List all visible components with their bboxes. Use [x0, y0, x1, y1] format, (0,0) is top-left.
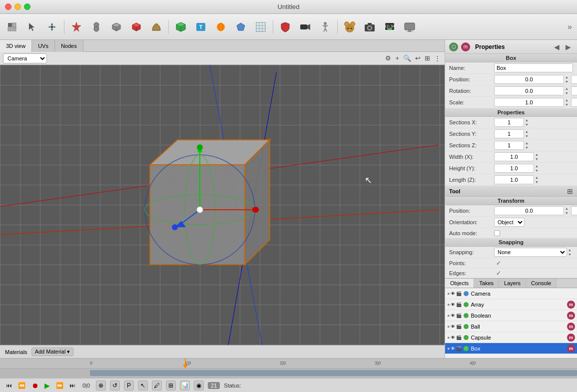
scale-y-input[interactable] [571, 98, 577, 107]
height-stepper[interactable]: ▲▼ [535, 164, 540, 173]
prim-orange-sphere[interactable] [212, 18, 230, 36]
sections-y-input[interactable] [494, 129, 524, 138]
list-item[interactable]: ● 👁 🎬 Boolean m [445, 310, 577, 321]
tool-timer[interactable]: 12:34 [381, 18, 399, 36]
window-controls[interactable] [5, 3, 30, 10]
maximize-button[interactable] [24, 3, 30, 10]
cam-icon[interactable]: 🎬 [456, 324, 462, 329]
eye-icon[interactable]: 👁 [451, 324, 455, 329]
snap-stepper[interactable]: ▲▼ [568, 248, 573, 257]
tab-objects[interactable]: Objects [445, 279, 474, 288]
tool-arch[interactable] [147, 18, 165, 36]
eye-icon[interactable]: 👁 [451, 302, 455, 307]
cam-icon[interactable]: 🎬 [456, 346, 462, 351]
record-button[interactable]: ⏺ [30, 381, 39, 391]
status-loop-btn[interactable]: ↺ [110, 381, 120, 391]
tool-figure[interactable] [316, 18, 334, 36]
list-item[interactable]: ● 👁 🎬 Array m [445, 299, 577, 310]
scale-x-input[interactable] [494, 98, 564, 107]
select-tool-button[interactable] [23, 18, 41, 36]
prim-text[interactable]: T [192, 18, 210, 36]
camera-select[interactable]: Camera Top Front Right Perspective [3, 53, 47, 63]
cam-icon[interactable]: 🎬 [456, 313, 462, 318]
tab-layers[interactable]: Layers [499, 279, 526, 288]
length-stepper[interactable]: ▲▼ [535, 175, 540, 184]
sections-y-stepper[interactable]: ▲▼ [525, 129, 530, 138]
tool-camera[interactable] [361, 18, 379, 36]
width-input[interactable] [494, 152, 534, 161]
eye-icon[interactable]: 👁 [451, 313, 455, 318]
move-tool-button[interactable] [43, 18, 61, 36]
position-x-input[interactable] [494, 75, 564, 84]
list-item[interactable]: ● 👁 🎬 Box m [445, 343, 577, 354]
vp-settings-icon[interactable]: ⚙ [384, 53, 392, 63]
prim-gem[interactable] [232, 18, 250, 36]
list-item[interactable]: ● 👁 🎬 Ball m [445, 321, 577, 332]
status-brush-btn[interactable]: 🖊 [152, 381, 162, 391]
list-item[interactable]: ● 👁 🎬 Capsule m [445, 332, 577, 343]
tool-pos-x[interactable] [494, 206, 564, 215]
cam-icon[interactable]: 🎬 [456, 302, 462, 307]
tool-star[interactable] [67, 18, 85, 36]
viewport-canvas[interactable]: ↖ [0, 65, 445, 345]
status-sphere-btn[interactable]: ◉ [194, 381, 204, 391]
tpos-x-stepper[interactable]: ▲▼ [565, 206, 570, 215]
length-input[interactable] [494, 175, 534, 184]
status-snap-btn[interactable]: ⊕ [96, 381, 106, 391]
add-material-button[interactable]: Add Material ▾ [31, 348, 74, 356]
list-item[interactable]: ● 👁 🎬 Camera [445, 288, 577, 299]
vp-search-icon[interactable]: 🔍 [402, 53, 412, 63]
tool-cube[interactable] [107, 18, 125, 36]
rotation-y-input[interactable] [571, 86, 577, 95]
props-nav-back[interactable]: ◀ [552, 42, 562, 52]
play-button[interactable]: ▶ [43, 381, 51, 391]
tab-takes[interactable]: Takes [474, 279, 499, 288]
sections-z-stepper[interactable]: ▲▼ [525, 141, 530, 150]
status-grid-btn[interactable]: ⊞ [166, 381, 176, 391]
bear-icon[interactable] [341, 18, 359, 36]
status-cursor-btn[interactable]: ↖ [138, 381, 148, 391]
rot-x-stepper[interactable]: ▲▼ [565, 86, 570, 95]
name-input[interactable] [494, 63, 573, 72]
next-frame-button[interactable]: ⏩ [55, 381, 64, 390]
rotation-x-input[interactable] [494, 86, 564, 95]
minimize-button[interactable] [14, 3, 21, 10]
tool-capsule[interactable] [87, 18, 105, 36]
vp-undo-icon[interactable]: ↩ [414, 53, 422, 63]
cam-icon[interactable]: 🎬 [456, 335, 462, 340]
width-stepper[interactable]: ▲▼ [535, 152, 540, 161]
position-y-input[interactable] [571, 75, 577, 84]
tab-uvs[interactable]: UVs [32, 40, 55, 52]
go-start-button[interactable]: ⏮ [5, 381, 13, 390]
status-p-btn[interactable]: P [124, 381, 134, 391]
sections-x-stepper[interactable]: ▲▼ [525, 118, 530, 127]
vp-layout-icon[interactable]: ⋮ [433, 53, 442, 63]
auto-mode-checkbox[interactable] [494, 230, 500, 236]
eye-icon[interactable]: 👁 [451, 291, 455, 296]
tab-console[interactable]: Console [526, 279, 557, 288]
orientation-select[interactable]: Object World Screen [494, 218, 525, 227]
height-input[interactable] [494, 164, 534, 173]
sections-z-input[interactable] [494, 141, 524, 150]
props-nav-forward[interactable]: ▶ [564, 42, 573, 52]
pos-x-stepper[interactable]: ▲▼ [565, 75, 570, 84]
prim-box[interactable] [172, 18, 190, 36]
tool-cube-red[interactable] [127, 18, 145, 36]
eye-icon[interactable]: 👁 [451, 335, 455, 340]
tab-nodes[interactable]: Nodes [55, 40, 83, 52]
tool-movie-camera[interactable] [296, 18, 314, 36]
tool-pos-y[interactable] [571, 206, 577, 215]
snapping-select[interactable]: None Grid Vertex [494, 248, 567, 257]
toolbar-overflow[interactable]: » [566, 20, 574, 33]
vp-add-icon[interactable]: + [394, 53, 400, 63]
status-chart-btn[interactable]: 📊 [180, 381, 190, 391]
prev-frame-button[interactable]: ⏪ [17, 381, 26, 390]
cam-icon[interactable]: 🎬 [456, 291, 462, 296]
close-button[interactable] [5, 3, 11, 10]
tab-3d-view[interactable]: 3D view [0, 40, 32, 52]
sections-x-input[interactable] [494, 118, 524, 127]
go-end-button[interactable]: ⏭ [68, 381, 76, 390]
vp-grid-icon[interactable]: ⊞ [424, 53, 431, 63]
viewport-toggle-button[interactable] [3, 18, 21, 36]
tool-monitor[interactable] [401, 18, 419, 36]
